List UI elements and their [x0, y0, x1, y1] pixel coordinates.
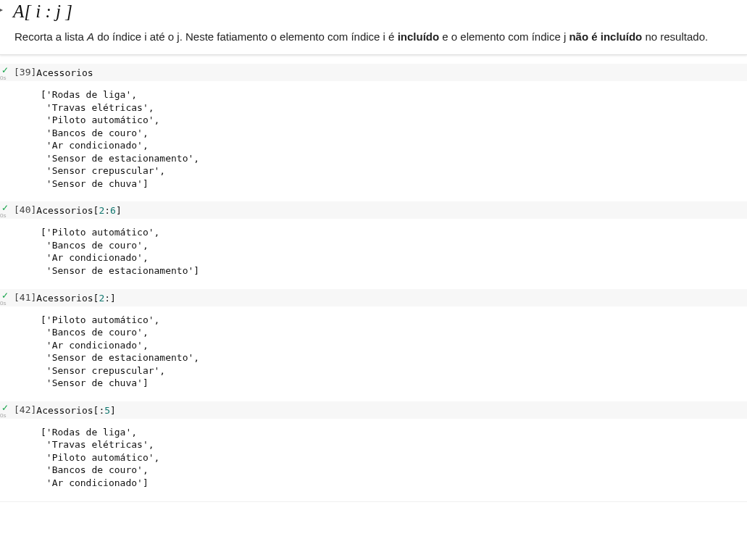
cell-gutter: ✓0s	[0, 404, 10, 419]
desc-text: no resultado.	[642, 30, 708, 43]
code-text[interactable]: Acessorios	[36, 67, 93, 78]
cell-gutter: ✓0s	[0, 291, 10, 306]
code-input-row[interactable]: [40] Acessorios[2:6]	[0, 201, 747, 219]
markdown-cell[interactable]: ▸ A[ i : j ] Recorta a lista A do índice…	[0, 0, 747, 55]
desc-bold: não é incluído	[569, 30, 642, 43]
success-check-icon: ✓	[0, 204, 10, 212]
code-input-row[interactable]: [42] Acessorios[:5]	[0, 401, 747, 419]
code-input-row[interactable]: [41] Acessorios[2:]	[0, 289, 747, 306]
exec-time: 0s	[0, 412, 10, 419]
desc-text: Recorta a lista	[14, 30, 87, 43]
desc-bold: incluído	[398, 30, 440, 43]
collapse-caret-icon[interactable]: ▸	[0, 4, 3, 14]
exec-time: 0s	[0, 300, 10, 306]
desc-var: A	[87, 30, 94, 43]
desc-text: e o elemento com índice j	[439, 30, 569, 43]
section-title: A[ i : j ]	[13, 0, 747, 22]
success-check-icon: ✓	[0, 404, 10, 412]
desc-text: do índice i até o j. Neste fatiamento o …	[94, 30, 398, 43]
cell-gutter: ✓0s	[0, 66, 10, 81]
cell-output: ['Piloto automático', 'Bancos de couro',…	[0, 306, 747, 393]
exec-time: 0s	[0, 212, 10, 219]
code-cell[interactable]: ✓0s[41] Acessorios[2:]['Piloto automátic…	[0, 289, 747, 393]
code-text[interactable]: Acessorios[2:]	[36, 293, 116, 304]
code-text[interactable]: Acessorios[2:6]	[36, 205, 121, 216]
cell-output: ['Rodas de liga', 'Travas elétricas', 'P…	[0, 81, 747, 193]
cell-output: ['Rodas de liga', 'Travas elétricas', 'P…	[0, 419, 747, 493]
section-description: Recorta a lista A do índice i até o j. N…	[14, 29, 741, 44]
exec-time: 0s	[0, 75, 10, 81]
cell-gutter: ✓0s	[0, 204, 10, 219]
code-cells-container: ✓0s[39] Acessorios['Rodas de liga', 'Tra…	[0, 64, 747, 493]
code-input-row[interactable]: [39] Acessorios	[0, 64, 747, 81]
success-check-icon: ✓	[0, 291, 10, 300]
code-cell[interactable]: ✓0s[42] Acessorios[:5]['Rodas de liga', …	[0, 401, 747, 493]
code-text[interactable]: Acessorios[:5]	[36, 405, 116, 416]
separator	[0, 501, 747, 502]
cell-output: ['Piloto automático', 'Bancos de couro',…	[0, 219, 747, 280]
success-check-icon: ✓	[0, 66, 10, 75]
code-cell[interactable]: ✓0s[39] Acessorios['Rodas de liga', 'Tra…	[0, 64, 747, 193]
code-cell[interactable]: ✓0s[40] Acessorios[2:6]['Piloto automáti…	[0, 201, 747, 280]
